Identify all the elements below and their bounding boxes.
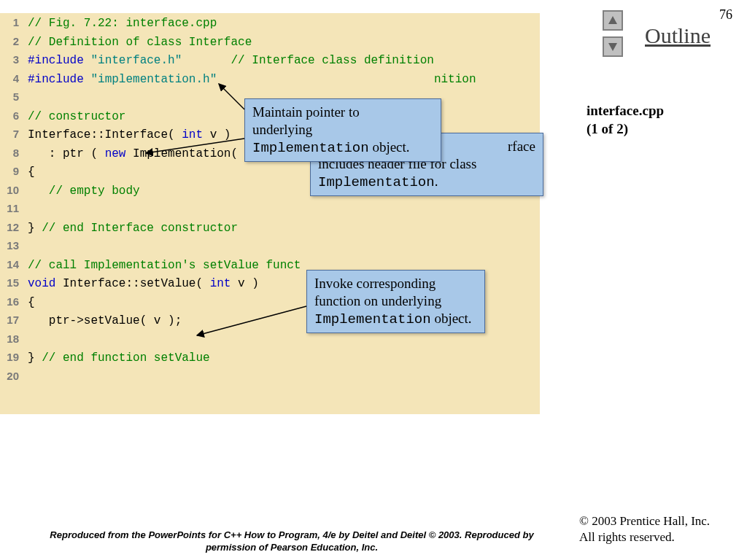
- file-indicator: interface.cpp (1 of 2): [587, 102, 732, 138]
- callout1-line2: underlying: [252, 121, 433, 139]
- line-number: 2: [0, 35, 28, 47]
- code-token: v ): [231, 277, 258, 290]
- line-number: 13: [0, 239, 28, 252]
- svg-marker-0: [608, 16, 617, 24]
- line-number: 3: [0, 53, 28, 66]
- code-token: : ptr (: [28, 147, 105, 160]
- code-line: 2// Definition of class Interface: [0, 35, 540, 54]
- line-number: 16: [0, 295, 28, 308]
- code-line: 1// Fig. 7.22: interface.cpp: [0, 16, 540, 35]
- code-token: new: [105, 147, 126, 160]
- code-line: 3#include "interface.h" // Interface cla…: [0, 53, 540, 72]
- callout1-code: Implementation: [252, 140, 369, 156]
- code-line: 19} // end function setValue: [0, 351, 540, 370]
- code-token: // constructor: [28, 110, 125, 123]
- line-number: 9: [0, 165, 28, 177]
- callout3-line2: function on underlying: [314, 292, 477, 310]
- callout3-line1: Invoke corresponding: [314, 275, 477, 292]
- callout3-tail: object.: [431, 311, 472, 326]
- code-token: "interface.h": [90, 54, 182, 67]
- code-token: // Fig. 7.22: interface.cpp: [28, 17, 217, 30]
- code-token: Interface::Interface(: [28, 128, 182, 141]
- outline-heading: Outline: [645, 23, 711, 48]
- code-token: }: [28, 222, 42, 235]
- line-number: 11: [0, 202, 28, 214]
- file-part: (1 of 2): [587, 120, 732, 139]
- code-token: int: [210, 277, 231, 290]
- code-token: void: [28, 277, 55, 290]
- code-line: 11: [0, 202, 540, 221]
- line-number: 6: [0, 109, 28, 122]
- nav-up-button[interactable]: [603, 10, 623, 31]
- code-token: // call Implementation's setValue funct: [28, 259, 301, 272]
- line-number: 14: [0, 258, 28, 271]
- callout1-line1: Maintain pointer to: [252, 104, 433, 121]
- line-number: 19: [0, 351, 28, 363]
- line-number: 7: [0, 128, 28, 140]
- code-token: [84, 54, 91, 67]
- line-number: 17: [0, 314, 28, 326]
- line-number: 1: [0, 16, 28, 28]
- nav-down-button[interactable]: [603, 36, 623, 57]
- footer-reproduction: Reproduced from the PowerPoints for C++ …: [44, 529, 540, 554]
- code-line: 12} // end Interface constructor: [0, 221, 540, 240]
- page-number: 76: [719, 7, 732, 23]
- callout-maintain-pointer: Maintain pointer to underlying Implement…: [244, 98, 441, 162]
- line-number: 8: [0, 147, 28, 159]
- code-token: ptr->setValue( v );: [28, 314, 182, 327]
- line-number: 5: [0, 90, 28, 103]
- line-number: 15: [0, 276, 28, 289]
- copyright-line2: All rights reserved.: [579, 529, 732, 545]
- line-number: 20: [0, 370, 28, 382]
- callout-invoke-function: Invoke corresponding function on underly…: [306, 270, 485, 333]
- copyright-line1: © 2003 Prentice Hall, Inc.: [579, 513, 732, 529]
- code-token: {: [28, 166, 42, 179]
- svg-marker-1: [608, 43, 617, 51]
- code-token: [28, 184, 49, 198]
- code-token: #include: [28, 73, 84, 86]
- code-line: 13: [0, 239, 540, 258]
- code-token: "implementation.h": [90, 73, 217, 86]
- callout2-tail: .: [435, 174, 438, 189]
- code-token: [182, 54, 231, 67]
- line-number: 4: [0, 72, 28, 85]
- code-token: // Definition of class Interface: [28, 36, 252, 49]
- code-line: 18: [0, 332, 540, 351]
- code-token: {: [28, 296, 42, 309]
- triangle-down-icon: [607, 41, 619, 52]
- callout2-partial: rface: [508, 139, 535, 154]
- code-token: int: [182, 128, 203, 141]
- code-token: [217, 73, 231, 86]
- code-line: 4#include "implementation.h" nition: [0, 72, 540, 91]
- footer-copyright: © 2003 Prentice Hall, Inc. All rights re…: [579, 513, 732, 545]
- code-token: [84, 73, 91, 86]
- code-token: // end Interface constructor: [42, 222, 238, 235]
- code-token: }: [28, 351, 42, 365]
- code-panel: 1// Fig. 7.22: interface.cpp2// Definiti…: [0, 13, 540, 414]
- line-number: 18: [0, 332, 28, 345]
- code-token: // end function setValue: [42, 351, 209, 365]
- code-token: // empty body: [49, 184, 140, 198]
- code-token: nition: [231, 73, 476, 86]
- callout2-code: Implementation: [318, 174, 435, 190]
- triangle-up-icon: [607, 15, 619, 26]
- callout1-tail: object.: [369, 139, 410, 155]
- file-name: interface.cpp: [587, 102, 732, 120]
- line-number: 10: [0, 184, 28, 196]
- line-number: 12: [0, 221, 28, 233]
- code-line: 20: [0, 370, 540, 389]
- callout3-code: Implementation: [314, 311, 431, 327]
- code-token: Interface::setValue(: [55, 277, 209, 290]
- code-token: #include: [28, 54, 84, 67]
- code-token: // Interface class definition: [231, 54, 433, 67]
